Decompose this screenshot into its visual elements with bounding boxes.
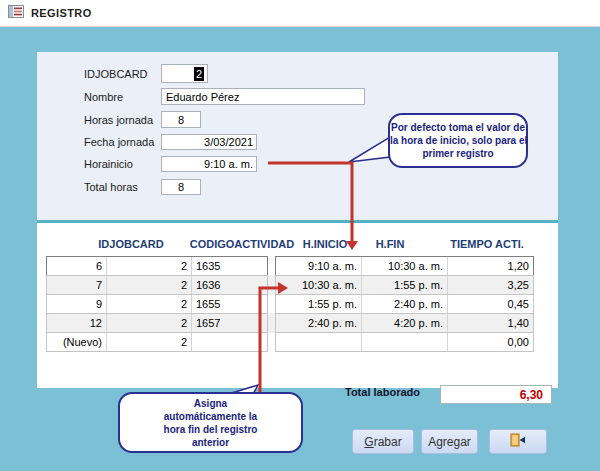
- cell-tiempo[interactable]: 1,40: [448, 314, 533, 332]
- table-row: 921655 1:55 p. m.2:40 p. m.0,45: [46, 294, 534, 314]
- idjobcard-label: IDJOBCARD: [84, 64, 148, 83]
- cell-idjobcard[interactable]: 2: [107, 314, 192, 332]
- cell-tiempo[interactable]: 3,25: [448, 276, 533, 294]
- cell-id[interactable]: (Nuevo): [47, 333, 107, 351]
- cell-idjobcard[interactable]: 2: [107, 276, 192, 294]
- callout-line: Asigna: [120, 397, 301, 410]
- fecha-jornada-label: Fecha jornada: [84, 134, 154, 150]
- cell-id[interactable]: 9: [47, 295, 107, 313]
- cell-h-inicio[interactable]: 2:40 p. m.: [276, 314, 362, 332]
- cell-codigo[interactable]: 1657: [192, 314, 267, 332]
- cell-h-fin[interactable]: 10:30 a. m.: [362, 257, 448, 275]
- cell-id[interactable]: 6: [47, 257, 107, 275]
- titlebar: REGISTRO: [0, 0, 600, 27]
- agregar-button[interactable]: Agregar: [421, 429, 478, 454]
- records-subform: IDJOBCARD CODIGOACTIVIDAD H.INICIO H.FIN…: [37, 220, 558, 388]
- cell-idjobcard[interactable]: 2: [107, 257, 192, 275]
- callout-line: hora fin del registro: [120, 423, 301, 436]
- cell-codigo[interactable]: [192, 333, 267, 351]
- cell-gap: [268, 332, 275, 352]
- cell-h-fin[interactable]: 4:20 p. m.: [362, 314, 448, 332]
- table-body: 621635 9:10 a. m.10:30 a. m.1,20 721636 …: [46, 256, 534, 352]
- callout-line: primer registro: [390, 147, 526, 160]
- cell-codigo[interactable]: 1636: [192, 276, 267, 294]
- header-idjobcard: IDJOBCARD: [98, 238, 163, 250]
- total-laborado-label: Total laborado: [345, 386, 420, 398]
- table-row: 721636 10:30 a. m.1:55 p. m.3,25: [46, 275, 534, 295]
- table-row: 1221657 2:40 p. m.4:20 p. m.1,40: [46, 313, 534, 333]
- callout-line: la hora de inicio, solo para el: [390, 134, 526, 147]
- cell-gap: [268, 275, 275, 295]
- header-tiempo-acti: TIEMPO ACTI.: [450, 238, 524, 250]
- cell-codigo[interactable]: 1635: [192, 257, 267, 275]
- cell-h-inicio[interactable]: 9:10 a. m.: [276, 257, 362, 275]
- cell-tiempo[interactable]: 0,45: [448, 295, 533, 313]
- registro-window: REGISTRO IDJOBCARD 2 Nombre Eduardo Pére…: [0, 0, 600, 471]
- cell-codigo[interactable]: 1655: [192, 295, 267, 313]
- idjobcard-field[interactable]: 2: [161, 64, 208, 83]
- header-codigoactividad: CODIGOACTIVIDAD: [190, 238, 295, 250]
- header-h-inicio: H.INICIO: [303, 238, 348, 250]
- total-horas-field[interactable]: 8: [161, 179, 201, 195]
- total-laborado-field[interactable]: 6,30: [440, 385, 552, 404]
- header-h-fin: H.FIN: [376, 238, 405, 250]
- cell-tiempo[interactable]: 0,00: [448, 333, 533, 351]
- table-row-new: (Nuevo)2 0,00: [46, 332, 534, 352]
- exit-door-icon: [510, 433, 527, 450]
- cell-h-fin[interactable]: [362, 333, 448, 351]
- cell-idjobcard[interactable]: 2: [107, 333, 192, 351]
- window-title: REGISTRO: [31, 7, 92, 19]
- horas-jornada-label: Horas jornada: [84, 111, 153, 128]
- cell-h-inicio[interactable]: 10:30 a. m.: [276, 276, 362, 294]
- table-row: 621635 9:10 a. m.10:30 a. m.1,20: [46, 256, 534, 276]
- cell-h-fin[interactable]: 2:40 p. m.: [362, 295, 448, 313]
- cell-id[interactable]: 12: [47, 314, 107, 332]
- horas-jornada-field[interactable]: 8: [161, 111, 201, 128]
- horainicio-field[interactable]: 9:10 a. m.: [161, 156, 257, 172]
- cell-gap: [268, 313, 275, 333]
- form-icon: [8, 4, 24, 22]
- total-horas-label: Total horas: [84, 179, 138, 195]
- idjobcard-value: 2: [194, 67, 204, 81]
- horainicio-label: Horainicio: [84, 156, 133, 172]
- cell-h-fin[interactable]: 1:55 p. m.: [362, 276, 448, 294]
- fecha-jornada-field[interactable]: 3/03/2021: [161, 134, 257, 150]
- cell-gap: [268, 294, 275, 314]
- grabar-button[interactable]: Grabar: [352, 429, 414, 454]
- cell-idjobcard[interactable]: 2: [107, 295, 192, 313]
- cell-gap: [268, 256, 275, 276]
- grabar-accel: G: [364, 435, 373, 449]
- callout-auto-end-hour: Asigna automáticamente la hora fin del r…: [118, 392, 303, 453]
- nombre-label: Nombre: [84, 88, 123, 105]
- exit-button[interactable]: [489, 429, 547, 454]
- nombre-field[interactable]: Eduardo Pérez: [161, 88, 365, 105]
- cell-tiempo[interactable]: 1,20: [448, 257, 533, 275]
- callout-line: Por defecto toma el valor de: [390, 121, 526, 134]
- callout-default-hour: Por defecto toma el valor de la hora de …: [388, 113, 528, 168]
- callout-line: anterior: [120, 436, 301, 449]
- cell-h-inicio[interactable]: 1:55 p. m.: [276, 295, 362, 313]
- cell-id[interactable]: 7: [47, 276, 107, 294]
- cell-h-inicio[interactable]: [276, 333, 362, 351]
- grabar-rest: rabar: [374, 435, 402, 449]
- callout-line: automáticamente la: [120, 410, 301, 423]
